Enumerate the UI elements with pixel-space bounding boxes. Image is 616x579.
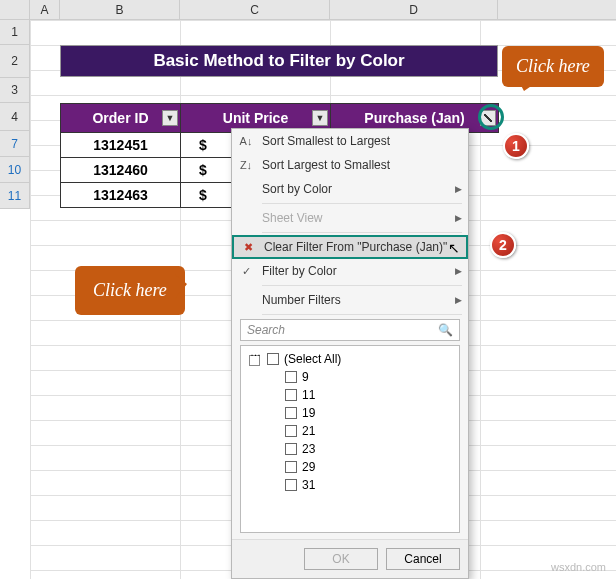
sort-descending[interactable]: Z↓ Sort Largest to Smallest	[232, 153, 468, 177]
search-placeholder: Search	[247, 323, 285, 337]
tree-label: (Select All)	[284, 352, 341, 366]
row-header-11[interactable]: 11	[0, 183, 29, 209]
submenu-arrow-icon: ▶	[455, 184, 462, 194]
separator	[262, 314, 462, 315]
filter-dropdown-button[interactable]: ▼	[162, 110, 178, 126]
cancel-button[interactable]: Cancel	[386, 548, 460, 570]
sort-desc-icon: Z↓	[238, 157, 254, 173]
col-header-B[interactable]: B	[60, 0, 180, 19]
filter-by-color-label: Filter by Color	[262, 264, 337, 278]
sort-asc-label: Sort Smallest to Largest	[262, 134, 390, 148]
tree-item[interactable]: 9	[245, 368, 455, 386]
tree-label: 29	[302, 460, 315, 474]
filter-by-color[interactable]: ✓ Filter by Color ▶	[232, 259, 468, 283]
tree-item[interactable]: 19	[245, 404, 455, 422]
title-banner: Basic Method to Filter by Color	[60, 45, 498, 77]
tree-item[interactable]: 21	[245, 422, 455, 440]
tree-item[interactable]: 31	[245, 476, 455, 494]
filter-context-menu: A↓ Sort Smallest to Largest Z↓ Sort Larg…	[231, 128, 469, 579]
tree-item[interactable]: 23	[245, 440, 455, 458]
clear-filter[interactable]: ✖ Clear Filter From "Purchase (Jan)" ↖	[232, 235, 468, 259]
sheet-view-label: Sheet View	[262, 211, 323, 225]
submenu-arrow-icon: ▶	[455, 266, 462, 276]
col-header-cell: Order ID▼	[61, 104, 181, 133]
submenu-arrow-icon: ▶	[455, 213, 462, 223]
checkbox[interactable]	[267, 353, 279, 365]
tree-label: 21	[302, 424, 315, 438]
checkbox[interactable]	[285, 479, 297, 491]
col-header-A[interactable]: A	[30, 0, 60, 19]
watermark: wsxdn.com	[551, 561, 606, 573]
sort-desc-label: Sort Largest to Smallest	[262, 158, 390, 172]
col-header-corner[interactable]	[0, 0, 30, 19]
sheet-view: Sheet View ▶	[232, 206, 468, 230]
row-header-10[interactable]: 10	[0, 157, 29, 183]
checkbox[interactable]	[285, 425, 297, 437]
col-header-C[interactable]: C	[180, 0, 330, 19]
number-filters-label: Number Filters	[262, 293, 341, 307]
tree-label: 11	[302, 388, 315, 402]
header-label: Purchase (Jan)	[364, 110, 464, 126]
checkbox[interactable]	[285, 389, 297, 401]
check-icon: ✓	[238, 263, 254, 279]
order-id-cell[interactable]: 1312463	[61, 183, 181, 208]
submenu-arrow-icon: ▶	[455, 295, 462, 305]
separator	[262, 232, 462, 233]
filter-values-tree[interactable]: (Select All)9111921232931	[240, 345, 460, 533]
checkbox[interactable]	[285, 461, 297, 473]
sort-by-color-label: Sort by Color	[262, 182, 332, 196]
separator	[262, 203, 462, 204]
dialog-buttons: OK Cancel	[232, 539, 468, 578]
callout-click-here-2: Click here	[75, 266, 185, 315]
checkbox[interactable]	[285, 407, 297, 419]
clear-filter-label: Clear Filter From "Purchase (Jan)"	[264, 240, 447, 254]
ok-button[interactable]: OK	[304, 548, 378, 570]
tree-item[interactable]: 11	[245, 386, 455, 404]
row-header-7[interactable]: 7	[0, 131, 29, 157]
column-headers: ABCD	[0, 0, 616, 20]
separator	[262, 285, 462, 286]
sort-by-color[interactable]: Sort by Color ▶	[232, 177, 468, 201]
tree-label: 23	[302, 442, 315, 456]
highlight-ring	[478, 104, 504, 130]
row-headers: 123471011	[0, 20, 30, 209]
search-input[interactable]: Search 🔍	[240, 319, 460, 341]
header-label: Unit Price	[223, 110, 288, 126]
tree-item[interactable]: 29	[245, 458, 455, 476]
header-label: Order ID	[92, 110, 148, 126]
row-header-3[interactable]: 3	[0, 78, 29, 103]
checkbox[interactable]	[285, 371, 297, 383]
clear-filter-icon: ✖	[240, 239, 256, 255]
sort-ascending[interactable]: A↓ Sort Smallest to Largest	[232, 129, 468, 153]
search-icon: 🔍	[438, 323, 453, 337]
tree-item[interactable]: (Select All)	[245, 350, 455, 368]
row-header-1[interactable]: 1	[0, 20, 29, 45]
sort-asc-icon: A↓	[238, 133, 254, 149]
checkbox[interactable]	[285, 443, 297, 455]
tree-label: 31	[302, 478, 315, 492]
order-id-cell[interactable]: 1312460	[61, 158, 181, 183]
row-header-2[interactable]: 2	[0, 45, 29, 78]
filter-dropdown-button[interactable]: ▼	[312, 110, 328, 126]
tree-label: 19	[302, 406, 315, 420]
step-badge-1: 1	[503, 133, 529, 159]
col-header-D[interactable]: D	[330, 0, 498, 19]
order-id-cell[interactable]: 1312451	[61, 133, 181, 158]
cursor-icon: ↖	[448, 240, 460, 256]
callout-click-here-1: Click here	[502, 46, 604, 87]
number-filters[interactable]: Number Filters ▶	[232, 288, 468, 312]
step-badge-2: 2	[490, 232, 516, 258]
row-header-4[interactable]: 4	[0, 103, 29, 131]
tree-label: 9	[302, 370, 309, 384]
